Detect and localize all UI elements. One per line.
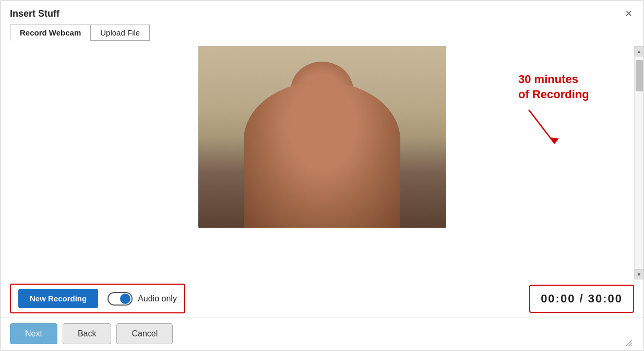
- scrollbar-up-button[interactable]: ▲: [635, 46, 644, 56]
- tab-upload-file[interactable]: Upload File: [90, 25, 150, 41]
- person-silhouette: [244, 81, 400, 228]
- resize-handle[interactable]: [623, 337, 632, 346]
- new-recording-button[interactable]: New Recording: [18, 289, 98, 308]
- scrollbar-track: [635, 56, 643, 269]
- dialog-header: Insert Stuff ×: [1, 1, 643, 25]
- timer-display: 00:00 / 30:00: [529, 285, 634, 313]
- scrollbar-down-button[interactable]: ▼: [635, 269, 644, 279]
- annotation-area: 30 minutesof Recording: [518, 72, 633, 149]
- scrollbar-thumb[interactable]: [636, 60, 643, 91]
- audio-only-toggle-label[interactable]: Audio only: [108, 292, 177, 306]
- camera-background: [198, 46, 446, 228]
- svg-line-4: [631, 345, 632, 346]
- annotation-text: 30 minutesof Recording: [518, 72, 589, 102]
- dialog-title: Insert Stuff: [10, 8, 59, 19]
- audio-only-toggle-knob: [120, 294, 130, 304]
- scrollbar: ▲ ▼: [634, 46, 643, 279]
- next-button[interactable]: Next: [10, 323, 57, 344]
- webcam-preview: [198, 46, 446, 228]
- close-button[interactable]: ×: [623, 8, 634, 19]
- controls-left-group: New Recording Audio only: [10, 284, 185, 313]
- tab-record-webcam[interactable]: Record Webcam: [10, 25, 90, 41]
- footer-bar: Next Back Cancel: [1, 318, 643, 350]
- back-button[interactable]: Back: [63, 323, 112, 344]
- controls-bar: New Recording Audio only 00:00 / 30:00: [1, 279, 643, 318]
- tabs-row: Record Webcam Upload File: [1, 25, 643, 46]
- audio-only-toggle-track[interactable]: [108, 292, 133, 306]
- svg-marker-1: [550, 137, 559, 144]
- annotation-arrow: [523, 107, 576, 149]
- cancel-button[interactable]: Cancel: [116, 323, 173, 344]
- insert-stuff-dialog: Insert Stuff × Record Webcam Upload File…: [0, 0, 644, 351]
- dialog-body: 30 minutesof Recording ▲ ▼ N: [1, 46, 643, 318]
- audio-only-label: Audio only: [138, 294, 177, 303]
- main-content: 30 minutesof Recording ▲ ▼: [1, 46, 643, 279]
